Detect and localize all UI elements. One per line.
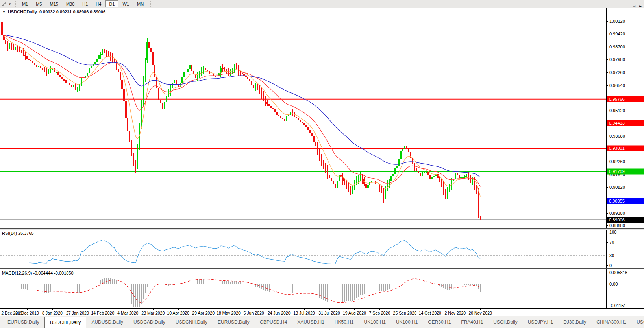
chart-tab-audusd-daily[interactable]: AUDUSD,Daily: [86, 316, 128, 328]
date-tick: [27, 309, 28, 310]
price-axis-label: 0.90820: [609, 185, 625, 190]
date-label: 14 Oct 2020: [419, 311, 441, 315]
timeframe-m30[interactable]: M30: [63, 0, 78, 7]
price-axis-label: 0.99420: [609, 31, 625, 36]
date-label: 10 Apr 2020: [167, 311, 189, 315]
timeframe-button-group: M1M5M15M30H1H4D1W1MN: [18, 0, 148, 8]
date-tick: [128, 309, 128, 310]
timeframe-mn[interactable]: MN: [133, 0, 147, 7]
chart-tab-bar: EURUSD,DailyUSDCHF,DailyAUDUSD,DailyUSDC…: [0, 316, 644, 328]
chart-tab-hk50-h1[interactable]: HK50,H1: [329, 316, 359, 328]
chart-title[interactable]: ▼ USDCHF,Daily 0.89032 0.89231 0.88986 0…: [2, 9, 105, 14]
main-chart-panel: ▼ USDCHF,Daily 0.89032 0.89231 0.88986 0…: [0, 8, 644, 228]
tab-scroll-left-icon[interactable]: ◄: [632, 4, 636, 8]
chart-tab-usdcnh-daily[interactable]: USDCNH,Daily: [170, 316, 213, 328]
toolbar-grip-2[interactable]: [150, 1, 151, 7]
chart-ohlc-values: 0.89032 0.89231 0.88986 0.89006: [39, 9, 105, 14]
timeframe-h1[interactable]: H1: [79, 0, 91, 7]
price-axis-label: 0.97980: [609, 57, 625, 62]
macd-label: MACD(12,26,9) -0.004444 -0.001850: [2, 271, 74, 275]
timeframe-h4[interactable]: H4: [92, 0, 105, 7]
chart-collapse-icon[interactable]: ▼: [2, 10, 6, 14]
price-axis-label: 0.96540: [609, 83, 625, 88]
date-tick: [78, 309, 78, 310]
price-level-badge: 0.94413: [607, 120, 644, 126]
date-tick: [254, 309, 254, 310]
timeframe-w1[interactable]: W1: [119, 0, 133, 7]
chart-tab-fra40-h1[interactable]: FRA40,H1: [456, 316, 488, 328]
date-label: 20 Nov 2020: [468, 311, 492, 315]
date-tick: [379, 309, 380, 310]
price-axis-label: 0.98700: [609, 44, 625, 49]
macd-axis-label: 0.005818: [609, 270, 627, 275]
rsi-axis[interactable]: 10070300: [606, 230, 644, 268]
date-tick: [405, 309, 405, 310]
date-label: 23 Mar 2020: [141, 311, 165, 315]
price-axis-label: 0.93680: [609, 134, 625, 138]
toolbar-grip[interactable]: [15, 1, 16, 7]
date-label: 31 Jul 2020: [318, 311, 340, 315]
rsi-axis-label: 30: [609, 253, 614, 258]
main-chart-plot[interactable]: [0, 8, 606, 228]
price-axis-label: 0.92260: [609, 159, 625, 164]
price-axis-label: 0.97260: [609, 70, 625, 75]
price-axis-label: 1.00120: [609, 19, 625, 24]
date-tick: [354, 309, 355, 310]
chart-tab-usdjpy-h1[interactable]: USDJPY,H1: [523, 316, 558, 328]
date-label: 25 Sep 2020: [393, 311, 417, 315]
price-level-badge: 0.93001: [607, 146, 644, 151]
chart-tab-china300-h1[interactable]: CHINA300,H1: [591, 316, 631, 328]
macd-axis[interactable]: 0.0058180.00-0.01151: [606, 269, 644, 308]
price-axis[interactable]: 1.001200.994200.987000.979800.972600.965…: [606, 8, 644, 228]
date-label: 29 Apr 2020: [192, 311, 215, 315]
chart-tab-eurusd-daily[interactable]: EURUSD,Daily: [213, 316, 255, 328]
date-label: 18 May 2020: [217, 311, 241, 315]
date-tick: [229, 309, 229, 310]
date-label: 27 Jan 2020: [66, 311, 89, 315]
date-tick: [480, 309, 481, 310]
price-level-badge: 0.91709: [607, 168, 644, 174]
timeframe-m15[interactable]: M15: [46, 0, 61, 7]
macd-panel: MACD(12,26,9) -0.004444 -0.001850 0.0058…: [0, 269, 644, 308]
rsi-axis-label: 0: [609, 263, 612, 268]
macd-axis-label: 0.00: [609, 282, 618, 286]
timeframe-m1[interactable]: M1: [19, 0, 31, 7]
rsi-axis-label: 100: [609, 230, 616, 234]
timeframe-m5[interactable]: M5: [32, 0, 45, 7]
date-tick: [279, 309, 279, 310]
top-toolbar: ▼ M1M5M15M30H1H4D1W1MN: [0, 0, 644, 8]
date-tick: [2, 309, 2, 310]
macd-axis-label: -0.01151: [609, 303, 626, 308]
chart-tab-uk100-h1[interactable]: UK100,H1: [391, 316, 423, 328]
rsi-panel: RSI(14) 25.3765 10070300: [0, 230, 644, 268]
macd-plot[interactable]: [0, 269, 606, 308]
chart-tab-usdcad-daily[interactable]: USDCAD,Daily: [128, 316, 170, 328]
chart-symbol-label: USDCHF,Daily: [8, 9, 37, 14]
chart-tab-usdchf-daily[interactable]: USDCHF,Daily: [44, 317, 87, 328]
tab-scroll-right-icon[interactable]: ►: [638, 4, 642, 8]
date-tick: [52, 309, 53, 310]
rsi-axis-label: 70: [609, 240, 614, 245]
price-level-badge: 0.95766: [607, 96, 644, 102]
trendline-tool-icon[interactable]: [2, 1, 7, 7]
date-tick: [153, 309, 154, 310]
price-axis-label: 0.95120: [609, 108, 625, 113]
chart-tab-uk100-h1[interactable]: UK100,H1: [359, 316, 391, 328]
current-price-badge: 0.89006: [607, 217, 644, 223]
date-tick: [430, 309, 430, 310]
chart-tab-eurusd-daily[interactable]: EURUSD,Daily: [2, 316, 44, 328]
price-level-badge: 0.90055: [607, 198, 644, 204]
chart-tab-usoil-daily[interactable]: USOil,Daily: [488, 316, 522, 328]
chart-tab-gbpusd-h4[interactable]: GBPUSD,H4: [255, 316, 292, 328]
chart-tab-ger30-h1[interactable]: GER30,H1: [423, 316, 456, 328]
chart-tab-xauusd-h1[interactable]: XAUUSD,H1: [292, 316, 329, 328]
tool-dropdown-caret-icon[interactable]: ▼: [8, 2, 11, 6]
timeframe-d1[interactable]: D1: [105, 0, 118, 7]
chart-tab-dj30-daily[interactable]: DJ30,Daily: [558, 316, 591, 328]
date-label: 24 Jun 2020: [268, 311, 291, 315]
date-label: 20 Dec 2019: [15, 311, 39, 315]
chart-tab-usoil-h1[interactable]: USOil,H1: [631, 316, 644, 328]
date-tick: [329, 309, 330, 310]
date-axis[interactable]: 2 Dec 201920 Dec 20198 Jan 202027 Jan 20…: [0, 308, 644, 316]
rsi-plot[interactable]: [0, 230, 606, 268]
